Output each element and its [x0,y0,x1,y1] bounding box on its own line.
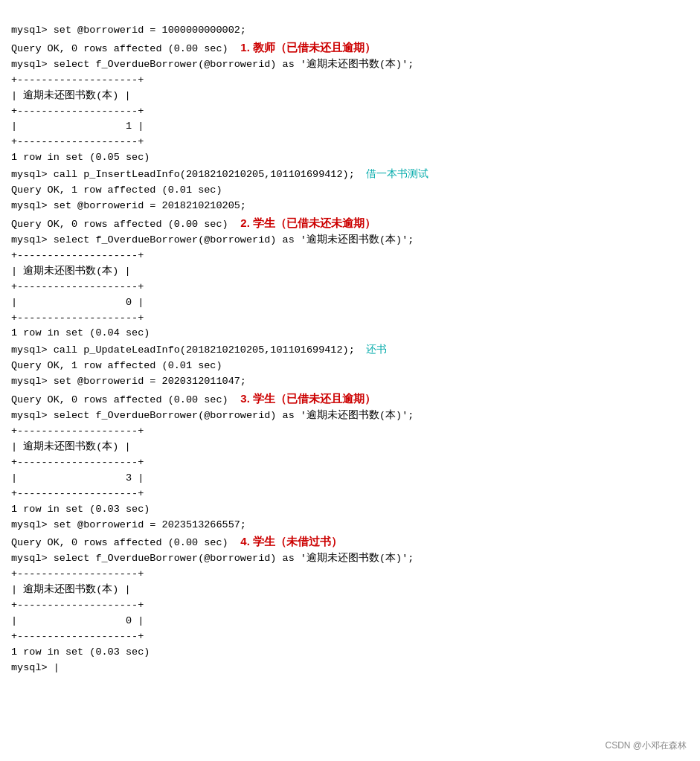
annotation-text: 1. 教师（已借未还且逾期） [228,41,376,54]
annotation-text: 4. 学生（未借过书） [228,535,342,548]
terminal-line: mysql> select f_OverdueBorrower(@borrowe… [11,551,689,567]
terminal-line: 1 row in set (0.03 sec) [11,502,689,518]
terminal-line: | 0 | [11,614,689,629]
terminal-line: mysql> call p_UpdateLeadInfo(20182102102… [11,341,689,359]
terminal-line: +--------------------+ [11,598,689,614]
terminal-line: mysql> call p_InsertLeadInfo(20182102102… [11,166,689,183]
terminal-line: | 逾期未还图书数(本) | [11,264,689,280]
terminal-line: | 1 | [11,119,689,135]
terminal-line: +--------------------+ [11,455,689,471]
annotation-text: 还书 [355,343,388,355]
terminal-output: mysql> set @borrowerid = 1000000000002;Q… [11,7,689,676]
terminal-line: | 3 | [11,471,689,487]
terminal-line: +--------------------+ [11,135,689,150]
terminal-line: Query OK, 0 rows affected (0.00 sec) 1. … [11,39,689,57]
terminal-line: mysql> select f_OverdueBorrower(@borrowe… [11,57,689,73]
terminal-line: 1 row in set (0.03 sec) [11,645,689,661]
terminal-line: mysql> set @borrowerid = 2023513266557; [11,518,689,533]
terminal-line: mysql> select f_OverdueBorrower(@borrowe… [11,233,689,248]
terminal-line: mysql> set @borrowerid = 1000000000002; [11,23,689,39]
terminal-line: +--------------------+ [11,248,689,264]
terminal-line: +--------------------+ [11,567,689,582]
terminal-line: +--------------------+ [11,73,689,89]
terminal-line: | 0 | [11,295,689,311]
terminal-line: +--------------------+ [11,424,689,440]
terminal-line: +--------------------+ [11,280,689,295]
terminal-line: mysql> set @borrowerid = 2018210210205; [11,199,689,214]
terminal-line: Query OK, 1 row affected (0.01 sec) [11,359,689,374]
terminal-line: +--------------------+ [11,629,689,645]
watermark: CSDN @小邓在森林 [605,739,687,752]
annotation-text: 借一本书测试 [355,167,429,179]
terminal-line: mysql> | [11,661,689,676]
terminal-line: 1 row in set (0.04 sec) [11,326,689,341]
annotation-text: 2. 学生（已借未还未逾期） [228,216,376,229]
terminal-line: | 逾期未还图书数(本) | [11,582,689,598]
terminal-line: mysql> select f_OverdueBorrower(@borrowe… [11,408,689,424]
terminal-line: Query OK, 0 rows affected (0.00 sec) 4. … [11,533,689,551]
terminal-line: +--------------------+ [11,487,689,502]
terminal-line: 1 row in set (0.05 sec) [11,150,689,166]
annotation-text: 3. 学生（已借未还且逾期） [228,392,376,405]
terminal-line: Query OK, 1 row affected (0.01 sec) [11,183,689,199]
terminal-line: mysql> set @borrowerid = 2020312011047; [11,374,689,390]
terminal-line: | 逾期未还图书数(本) | [11,89,689,104]
terminal-line: Query OK, 0 rows affected (0.00 sec) 2. … [11,214,689,233]
terminal-line: +--------------------+ [11,104,689,120]
terminal-line: Query OK, 0 rows affected (0.00 sec) 3. … [11,390,689,408]
terminal-line: +--------------------+ [11,311,689,327]
terminal-line: | 逾期未还图书数(本) | [11,440,689,455]
